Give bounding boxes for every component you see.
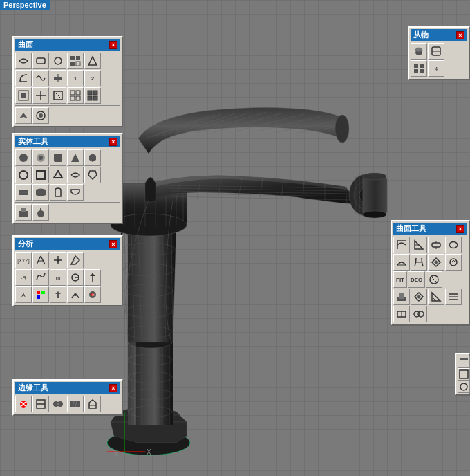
solid-tool-16[interactable]	[32, 204, 49, 221]
surftools-tool-11[interactable]	[411, 289, 427, 305]
surface-tool-14[interactable]	[67, 87, 84, 104]
panel-surface: 曲面 ×	[12, 36, 123, 127]
analysis-tool-14[interactable]: ☠	[84, 286, 101, 303]
fromobj-tool-2[interactable]	[428, 43, 444, 60]
viewport[interactable]: Perspective	[0, 0, 470, 476]
panel-fromobj: 从物 × 4	[408, 26, 470, 80]
surface-tool-4[interactable]	[67, 53, 84, 69]
solid-tool-3[interactable]	[50, 149, 66, 166]
solid-tool-11[interactable]	[15, 184, 32, 201]
panel-analysis-title[interactable]: 分析 ×	[15, 238, 120, 250]
panel-fromobj-close[interactable]: ×	[456, 31, 464, 39]
analysis-tool-12[interactable]	[50, 286, 66, 303]
panel-surftools-title[interactable]: 曲面工具 ×	[393, 223, 467, 235]
surftools-tool-9[interactable]	[426, 271, 442, 288]
svg-text:X: X	[147, 448, 151, 456]
analysis-tool-3[interactable]	[50, 252, 66, 268]
solid-tool-9[interactable]	[67, 167, 84, 183]
panel-solid-close[interactable]: ×	[109, 138, 118, 146]
surftools-tool-fit[interactable]: FIT	[393, 271, 407, 288]
surftools-tool-10[interactable]	[393, 289, 410, 305]
panel-solid-title[interactable]: 实体工具 ×	[15, 136, 120, 147]
surface-tool-9[interactable]: 1	[67, 70, 84, 86]
surface-tool-3[interactable]	[50, 53, 66, 69]
right-tool-2[interactable]	[458, 368, 470, 381]
surface-tool-11[interactable]	[15, 87, 32, 104]
surftools-tool-8[interactable]	[445, 254, 462, 271]
surftools-tool-5[interactable]	[393, 254, 410, 271]
panel-fromobj-title[interactable]: 从物 ×	[411, 29, 467, 41]
analysis-tool-5[interactable]: -R	[15, 269, 32, 286]
surface-tool-10[interactable]: 2	[84, 70, 101, 86]
solid-tool-13[interactable]	[50, 184, 66, 201]
panel-edge-title[interactable]: 边缘工具 ×	[15, 382, 120, 394]
svg-rect-101	[70, 91, 75, 95]
solid-tool-14[interactable]	[67, 184, 84, 201]
analysis-tool-11[interactable]	[32, 286, 49, 303]
surface-tool-2[interactable]	[32, 53, 49, 69]
fromobj-tool-3[interactable]	[411, 60, 427, 77]
analysis-tool-4[interactable]: α	[67, 252, 84, 268]
surftools-tool-15[interactable]	[411, 306, 427, 322]
analysis-tool-7[interactable]: m	[50, 269, 66, 286]
analysis-tool-6[interactable]	[32, 269, 49, 286]
surface-tool-6[interactable]	[15, 70, 32, 86]
surface-tool-8[interactable]	[50, 70, 66, 86]
analysis-tool-13[interactable]	[67, 286, 84, 303]
panel-surface-close[interactable]: ×	[109, 41, 118, 49]
panel-analysis-close[interactable]: ×	[109, 240, 118, 248]
surface-tool-17[interactable]	[32, 107, 49, 124]
panel-surftools-close[interactable]: ×	[456, 225, 464, 233]
solid-tool-10[interactable]	[84, 167, 101, 183]
analysis-tool-9[interactable]	[84, 269, 101, 286]
analysis-tool-8[interactable]	[67, 269, 84, 286]
fromobj-tool-1[interactable]	[411, 43, 427, 60]
edge-tool-4[interactable]	[67, 396, 84, 412]
solid-tool-4[interactable]	[67, 149, 84, 166]
right-tool-3[interactable]	[458, 381, 470, 393]
surftools-tool-6[interactable]	[411, 254, 427, 271]
solid-tool-2[interactable]	[32, 149, 49, 166]
panel-surftools-row3: FIT DEC	[393, 271, 467, 288]
surface-tool-16[interactable]	[15, 107, 32, 124]
surftools-tool-4[interactable]	[445, 237, 462, 253]
fromobj-tool-4[interactable]: 4	[428, 60, 444, 77]
surftools-tool-1[interactable]	[393, 237, 410, 253]
surftools-tool-7[interactable]	[428, 254, 444, 271]
panel-surface-row2: 1 2	[15, 70, 120, 86]
panel-edge-close[interactable]: ×	[109, 384, 118, 392]
analysis-tool-2[interactable]	[32, 252, 49, 268]
edge-tool-3[interactable]	[50, 396, 66, 412]
solid-tool-1[interactable]	[15, 149, 32, 166]
analysis-tool-1[interactable]: [XYZ]	[15, 252, 32, 268]
svg-marker-115	[71, 154, 79, 162]
panel-edge-row1	[15, 396, 120, 412]
surftools-tool-2[interactable]	[411, 237, 427, 253]
panel-surface-title[interactable]: 曲面 ×	[15, 39, 120, 51]
edge-tool-1[interactable]	[15, 396, 32, 412]
surface-tool-13[interactable]	[50, 87, 66, 104]
edge-tool-2[interactable]	[32, 396, 49, 412]
solid-tool-8[interactable]	[50, 167, 66, 183]
panel-surftools-row1	[393, 237, 467, 253]
surface-tool-5[interactable]	[84, 53, 101, 69]
solid-tool-5[interactable]	[84, 149, 101, 166]
surftools-tool-14[interactable]	[393, 306, 410, 322]
surftools-tool-dec[interactable]: DEC	[408, 271, 425, 288]
solid-tool-7[interactable]	[32, 167, 49, 183]
right-tool-1[interactable]	[458, 356, 470, 368]
surface-tool-7[interactable]	[32, 70, 49, 86]
svg-rect-102	[76, 91, 80, 95]
surface-tool-12[interactable]	[32, 87, 49, 104]
solid-tool-15[interactable]	[15, 204, 32, 221]
panel-surface-row1	[15, 53, 120, 69]
edge-tool-5[interactable]	[84, 396, 101, 412]
surftools-tool-12[interactable]	[428, 289, 444, 305]
surface-tool-15[interactable]	[84, 87, 101, 104]
surftools-tool-13[interactable]	[445, 289, 462, 305]
solid-tool-12[interactable]	[32, 184, 49, 201]
solid-tool-6[interactable]	[15, 167, 32, 183]
surface-tool-1[interactable]	[15, 53, 32, 69]
surftools-tool-3[interactable]	[428, 237, 444, 253]
analysis-tool-10[interactable]: A	[15, 286, 32, 303]
